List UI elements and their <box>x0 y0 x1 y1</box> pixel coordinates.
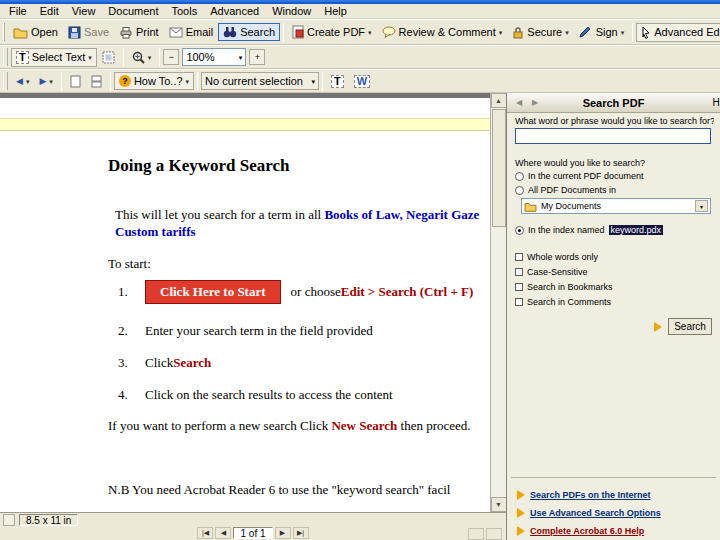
intro-link-books[interactable]: Books of Law, Negarit Gaze <box>324 207 479 222</box>
select-text-icon: T <box>16 51 29 64</box>
zoom-out-button[interactable]: − <box>163 49 179 65</box>
search-panel-body: What word or phrase would you like to se… <box>507 113 720 540</box>
selection-status-combo[interactable]: No current selection ▾ <box>201 72 319 90</box>
checkbox-icon <box>515 283 523 291</box>
sign-button[interactable]: Sign ▾ <box>574 23 630 41</box>
scroll-down-icon[interactable]: ▼ <box>491 497 507 512</box>
new-search-post: then proceed. <box>397 418 470 433</box>
page-layout-continuous-button[interactable] <box>86 72 107 91</box>
click-here-to-start-button[interactable]: Click Here to Start <box>145 280 281 304</box>
toolbar-grip[interactable] <box>3 48 8 66</box>
chevron-down-icon[interactable]: ▾ <box>695 200 708 212</box>
search-question-label: What word or phrase would you like to se… <box>515 116 714 126</box>
menu-advanced[interactable]: Advanced <box>204 4 265 18</box>
toolbar-grip[interactable] <box>3 72 8 90</box>
link-search-internet[interactable]: Search PDFs on the Internet <box>517 490 651 500</box>
step-2-text: Enter your search term in the field prov… <box>145 323 373 339</box>
previous-view-button[interactable]: ◀ ▾ <box>11 73 34 89</box>
vertical-scrollbar[interactable]: ▲ ▼ <box>490 93 506 512</box>
menu-window[interactable]: Window <box>266 4 317 18</box>
radio-index-label: In the index named <box>528 225 605 235</box>
zoom-level-combo[interactable]: 100% ▾ <box>182 48 246 66</box>
step-4-text: Click on the search results to access th… <box>145 387 393 403</box>
snapshot-button[interactable] <box>97 48 120 67</box>
single-page-icon <box>70 75 81 88</box>
search-label: Search <box>240 26 275 38</box>
hide-panel-button[interactable]: Hide <box>712 97 720 108</box>
search-term-input[interactable] <box>515 128 711 144</box>
step-1-shortcut: Edit > Search (Ctrl + F) <box>341 284 474 300</box>
save-button[interactable]: Save <box>63 23 114 42</box>
next-page-icon[interactable]: ▶ <box>275 527 291 539</box>
secure-label: Secure <box>527 26 562 38</box>
secure-button[interactable]: Secure ▾ <box>507 23 573 42</box>
search-button[interactable]: Search <box>668 318 712 335</box>
menu-edit[interactable]: Edit <box>34 4 65 18</box>
page-indicator[interactable]: 1 of 1 <box>233 527 272 539</box>
last-page-icon[interactable]: ▶| <box>293 527 309 539</box>
panel-forward-icon[interactable]: ▶ <box>527 95 543 110</box>
radio-all-documents[interactable]: All PDF Documents in <box>515 185 714 195</box>
checkbox-whole-words[interactable]: Whole words only <box>515 252 714 262</box>
search-toolbar-button[interactable]: Search <box>218 23 280 41</box>
advanced-editing-button[interactable]: Advanced Editing ▾ <box>636 23 720 42</box>
menu-help[interactable]: Help <box>318 4 353 18</box>
checkbox-search-bookmarks[interactable]: Search in Bookmarks <box>515 282 714 292</box>
radio-current-document[interactable]: In the current PDF document <box>515 171 714 181</box>
link-search-internet-text[interactable]: Search PDFs on the Internet <box>530 490 651 500</box>
scrollbar-thumb[interactable] <box>492 109 506 227</box>
email-button[interactable]: Email <box>164 23 219 41</box>
menu-tools[interactable]: Tools <box>166 4 204 18</box>
print-button[interactable]: Print <box>114 23 164 42</box>
checkbox-case-sensitive[interactable]: Case-Sensitive <box>515 267 714 277</box>
zoom-in-button[interactable]: + <box>249 49 265 65</box>
back-arrow-icon: ◀ <box>16 76 23 86</box>
chevron-down-icon: ▾ <box>621 29 625 36</box>
view-mode-continuous-button[interactable] <box>486 528 502 540</box>
where-question-label: Where would you like to search? <box>515 158 714 168</box>
view-mode-single-button[interactable] <box>468 528 484 540</box>
link-acrobat-help-text[interactable]: Complete Acrobat 6.0 Help <box>530 526 644 536</box>
search-location-value: My Documents <box>541 201 601 211</box>
toolbar-grip[interactable] <box>3 23 5 41</box>
open-button[interactable]: Open <box>8 23 63 42</box>
document-title: Doing a Keyword Search <box>108 156 290 176</box>
first-page-icon[interactable]: |◀ <box>197 527 213 539</box>
scroll-up-icon[interactable]: ▲ <box>491 93 507 108</box>
menu-file[interactable]: File <box>3 4 33 18</box>
search-location-select[interactable]: My Documents ▾ <box>521 198 711 214</box>
status-row-top: 8.5 x 11 in <box>0 513 506 527</box>
intro-link-tariffs[interactable]: Custom tariffs <box>115 224 196 239</box>
create-pdf-button[interactable]: Create PDF ▾ <box>287 22 377 42</box>
step-2: 2. Enter your search term in the field p… <box>118 323 373 339</box>
menu-document[interactable]: Document <box>102 4 164 18</box>
chevron-down-icon: ▾ <box>368 29 372 36</box>
link-advanced-search-options-text[interactable]: Use Advanced Search Options <box>530 508 661 518</box>
link-advanced-search-options[interactable]: Use Advanced Search Options <box>517 508 661 518</box>
page-size-indicator: 8.5 x 11 in <box>19 514 78 526</box>
radio-icon <box>515 172 524 181</box>
panel-back-icon[interactable]: ◀ <box>511 95 527 110</box>
chevron-down-icon: ▾ <box>49 78 53 85</box>
checkbox-search-comments[interactable]: Search in Comments <box>515 297 714 307</box>
select-text-label: Select Text <box>32 51 86 63</box>
pdf-page: Doing a Keyword Search This will let you… <box>0 98 490 512</box>
previous-page-icon[interactable]: ◀ <box>215 527 231 539</box>
select-text-button[interactable]: T Select Text ▾ <box>11 48 97 67</box>
how-to-button[interactable]: ? How To..? ▾ <box>114 72 194 90</box>
review-comment-button[interactable]: Review & Comment ▾ <box>377 23 508 41</box>
chevron-down-icon: ▾ <box>26 78 30 85</box>
word-export-button[interactable]: W <box>349 72 375 91</box>
next-view-button[interactable]: ▶ ▾ <box>34 73 57 89</box>
checkbox-case-sensitive-label: Case-Sensitive <box>527 267 588 277</box>
chevron-down-icon: ▾ <box>148 54 152 61</box>
link-acrobat-help[interactable]: Complete Acrobat 6.0 Help <box>517 526 644 536</box>
radio-all-label: All PDF Documents in <box>528 185 616 195</box>
page-layout-single-button[interactable] <box>65 72 86 91</box>
touchup-text-button[interactable]: T <box>326 72 349 91</box>
email-icon <box>169 27 183 38</box>
toolbar-separator <box>632 23 633 42</box>
radio-index-named[interactable]: In the index named keyword.pdx <box>515 225 714 235</box>
zoom-tool-button[interactable]: ▾ <box>127 48 157 67</box>
menu-view[interactable]: View <box>66 4 102 18</box>
